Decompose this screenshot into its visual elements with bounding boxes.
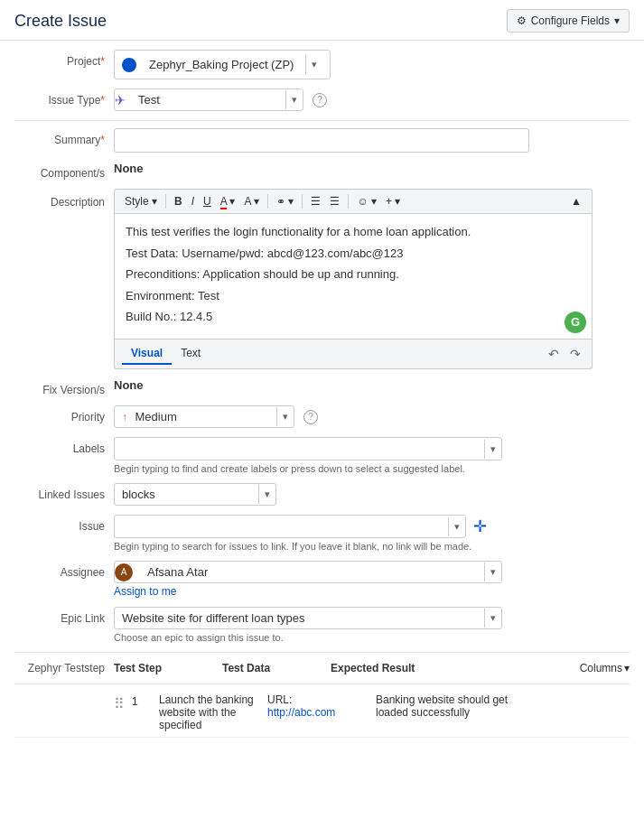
- add-icon: ✛: [473, 517, 487, 535]
- issue-hint: Begin typing to search for issues to lin…: [114, 541, 630, 552]
- tab-visual[interactable]: Visual: [122, 343, 172, 365]
- project-control: Zephyr_Baking Project (ZP) ▾: [114, 50, 630, 79]
- linked-issues-value: blocks: [115, 484, 258, 505]
- issue-control: ▾ ✛ Begin typing to search for issues to…: [114, 515, 630, 552]
- issue-type-select[interactable]: ✈ Test ▾: [114, 88, 303, 111]
- editor-footer: Visual Text ↶ ↷: [114, 339, 593, 369]
- redo-btn[interactable]: ↷: [566, 345, 584, 363]
- labels-label: Labels: [14, 437, 114, 455]
- labels-input[interactable]: [115, 438, 484, 460]
- issue-type-label: Issue Type*: [14, 88, 114, 107]
- add-issue-btn[interactable]: ✛: [471, 515, 489, 538]
- numbered-list-btn[interactable]: ☰: [327, 193, 342, 209]
- more-chevron: ▾: [395, 195, 400, 208]
- page-header: Create Issue ⚙ Configure Fields ▾: [0, 0, 644, 41]
- issue-type-control: ✈ Test ▾ ?: [114, 88, 630, 111]
- desc-line-2: Test Data: Username/pwd: abcd@123.com/ab…: [126, 245, 581, 263]
- columns-btn[interactable]: Columns ▾: [580, 662, 630, 674]
- desc-line-5: Build No.: 12.4.5: [126, 308, 581, 326]
- priority-arrow-icon: ↑: [115, 410, 128, 423]
- epic-link-select[interactable]: Website site for different loan types ▾: [114, 607, 502, 629]
- font-size-btn[interactable]: A ▾: [241, 193, 262, 209]
- priority-label: Priority: [14, 405, 114, 423]
- issue-type-value: Test: [131, 89, 285, 110]
- issue-select[interactable]: ▾: [114, 515, 466, 538]
- assignee-control: A Afsana Atar ▾ Assign to me: [114, 561, 630, 598]
- priority-help-icon[interactable]: ?: [303, 410, 318, 424]
- priority-row: Priority ↑ Medium ▾ ?: [14, 405, 630, 428]
- more-icon: +: [386, 195, 392, 208]
- labels-dropdown-arrow: ▾: [484, 440, 501, 459]
- linked-issues-select[interactable]: blocks ▾: [114, 483, 276, 506]
- epic-link-control: Website site for different loan types ▾ …: [114, 607, 630, 643]
- underline-btn[interactable]: U: [201, 193, 214, 209]
- tab-text[interactable]: Text: [172, 343, 210, 365]
- components-row: Component/s None: [14, 162, 630, 180]
- italic-btn[interactable]: I: [189, 193, 197, 209]
- zephyr-label: Zephyr Teststep: [14, 662, 114, 674]
- issue-input-text[interactable]: [115, 516, 448, 537]
- form-separator: [14, 120, 630, 121]
- collapse-toolbar-btn[interactable]: ▲: [568, 193, 584, 209]
- summary-row: Summary* HM_1.1_Home loan login test: [14, 128, 630, 153]
- components-label: Component/s: [14, 162, 114, 180]
- configure-fields-button[interactable]: ⚙ Configure Fields ▾: [507, 9, 630, 33]
- emoticon-chevron: ▾: [371, 195, 377, 208]
- emoticon-btn[interactable]: ☺ ▾: [354, 193, 379, 209]
- issue-type-help-icon[interactable]: ?: [313, 93, 327, 107]
- undo-btn[interactable]: ↶: [545, 345, 563, 363]
- toolbar-separator-1: [165, 194, 166, 209]
- bold-btn[interactable]: B: [172, 193, 185, 209]
- priority-select[interactable]: ↑ Medium ▾: [114, 405, 294, 428]
- link-btn[interactable]: ⚭ ▾: [274, 193, 296, 209]
- summary-control: HM_1.1_Home loan login test: [114, 128, 630, 153]
- summary-input[interactable]: HM_1.1_Home loan login test: [114, 128, 529, 153]
- labels-hint: Begin typing to find and create labels o…: [114, 463, 630, 474]
- issue-row: Issue ▾ ✛ Begin typing to search for iss…: [14, 515, 630, 552]
- link-icon: ⚭: [276, 195, 285, 208]
- emoticon-icon: ☺: [357, 195, 368, 208]
- toolbar-separator-3: [302, 194, 303, 209]
- description-toolbar: Style ▾ B I U A ▾ A ▾ ⚭ ▾: [114, 189, 593, 213]
- row-step-cell: Launch the banking website with the spec…: [159, 693, 267, 731]
- priority-dropdown-arrow: ▾: [276, 407, 294, 426]
- test-type-icon: ✈: [115, 93, 126, 107]
- project-value: Zephyr_Baking Project (ZP): [142, 54, 305, 75]
- row-number: 1: [132, 693, 159, 708]
- g-badge: G: [565, 312, 586, 333]
- epic-link-dropdown-arrow: ▾: [484, 609, 501, 628]
- project-label: Project*: [14, 50, 114, 68]
- components-control: None: [114, 162, 630, 175]
- description-editor[interactable]: This test verifies the login functionali…: [114, 213, 593, 339]
- row-data-cell: URL: http://abc.com: [267, 693, 376, 719]
- font-size-chevron: ▾: [254, 195, 259, 208]
- page-title: Create Issue: [14, 12, 107, 31]
- row-data-link[interactable]: http://abc.com: [267, 706, 335, 719]
- create-issue-form: Project* Zephyr_Baking Project (ZP) ▾ Is…: [0, 41, 644, 747]
- bullet-list-btn[interactable]: ☰: [308, 193, 323, 209]
- zephyr-section: Zephyr Teststep Test Step Test Data Expe…: [14, 652, 630, 738]
- toolbar-separator-4: [348, 194, 349, 209]
- epic-link-row: Epic Link Website site for different loa…: [14, 607, 630, 643]
- fix-version-row: Fix Version/s None: [14, 378, 630, 396]
- description-control: Style ▾ B I U A ▾ A ▾ ⚭ ▾: [114, 189, 593, 369]
- more-btn[interactable]: + ▾: [383, 193, 403, 209]
- issue-input-wrap: ▾ ✛: [114, 515, 630, 538]
- assign-to-me-link[interactable]: Assign to me: [114, 585, 630, 598]
- labels-select[interactable]: ▾: [114, 437, 502, 460]
- link-chevron: ▾: [288, 195, 294, 208]
- collapse-icon: ▲: [571, 195, 582, 208]
- components-value: None: [114, 157, 144, 175]
- assignee-select[interactable]: A Afsana Atar ▾: [114, 561, 502, 583]
- labels-row: Labels ▾ Begin typing to find and create…: [14, 437, 630, 474]
- toolbar-separator-2: [267, 194, 268, 209]
- project-select[interactable]: Zephyr_Baking Project (ZP) ▾: [114, 50, 331, 79]
- issue-label: Issue: [14, 515, 114, 533]
- row-drag-handle[interactable]: ⠿: [114, 693, 132, 712]
- priority-control: ↑ Medium ▾ ?: [114, 405, 630, 428]
- assignee-label: Assignee: [14, 561, 114, 579]
- style-dropdown-btn[interactable]: Style ▾: [122, 193, 160, 209]
- text-color-btn[interactable]: A ▾: [218, 193, 238, 209]
- project-row: Project* Zephyr_Baking Project (ZP) ▾: [14, 50, 630, 79]
- issue-type-dropdown-arrow: ▾: [285, 90, 303, 109]
